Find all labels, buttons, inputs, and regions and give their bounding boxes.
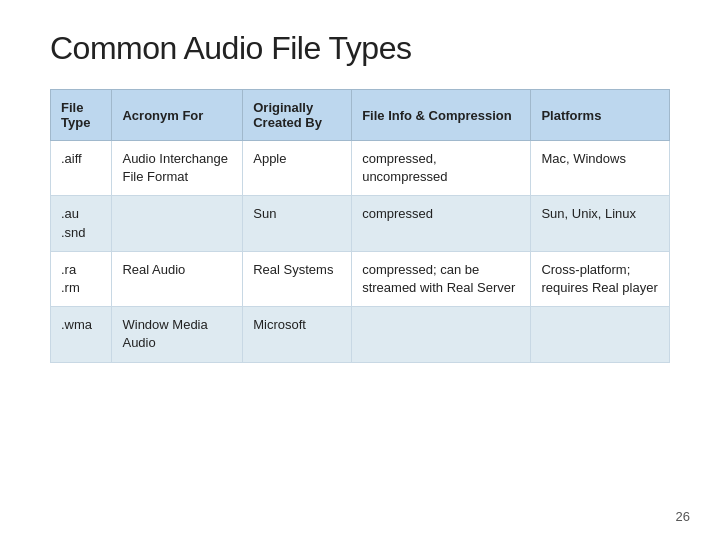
- table-row: .wmaWindow Media AudioMicrosoft: [51, 307, 670, 362]
- table-header-row: File Type Acronym For Originally Created…: [51, 90, 670, 141]
- cell-file-info: compressed, uncompressed: [352, 141, 531, 196]
- table-row: .aiffAudio Interchange File FormatApplec…: [51, 141, 670, 196]
- cell-platforms: [531, 307, 670, 362]
- cell-created-by: Apple: [243, 141, 352, 196]
- cell-file-info: compressed; can be streamed with Real Se…: [352, 251, 531, 306]
- cell-file-info: compressed: [352, 196, 531, 251]
- cell-created-by: Sun: [243, 196, 352, 251]
- cell-acronym: Window Media Audio: [112, 307, 243, 362]
- cell-acronym: Real Audio: [112, 251, 243, 306]
- cell-file-info: [352, 307, 531, 362]
- cell-file-type: .ra.rm: [51, 251, 112, 306]
- cell-file-type: .aiff: [51, 141, 112, 196]
- cell-file-type: .au.snd: [51, 196, 112, 251]
- cell-platforms: Cross-platform; requires Real player: [531, 251, 670, 306]
- cell-created-by: Real Systems: [243, 251, 352, 306]
- table-row: .au.sndSuncompressedSun, Unix, Linux: [51, 196, 670, 251]
- audio-file-types-table: File Type Acronym For Originally Created…: [50, 89, 670, 363]
- cell-file-type: .wma: [51, 307, 112, 362]
- cell-acronym: Audio Interchange File Format: [112, 141, 243, 196]
- col-header-acronym: Acronym For: [112, 90, 243, 141]
- col-header-file-info: File Info & Compression: [352, 90, 531, 141]
- col-header-file-type: File Type: [51, 90, 112, 141]
- col-header-platforms: Platforms: [531, 90, 670, 141]
- page-number: 26: [676, 509, 690, 524]
- cell-acronym: [112, 196, 243, 251]
- table-row: .ra.rmReal AudioReal Systemscompressed; …: [51, 251, 670, 306]
- page-container: Common Audio File Types File Type Acrony…: [0, 0, 720, 540]
- cell-created-by: Microsoft: [243, 307, 352, 362]
- col-header-created-by: Originally Created By: [243, 90, 352, 141]
- page-title: Common Audio File Types: [50, 30, 670, 67]
- cell-platforms: Mac, Windows: [531, 141, 670, 196]
- cell-platforms: Sun, Unix, Linux: [531, 196, 670, 251]
